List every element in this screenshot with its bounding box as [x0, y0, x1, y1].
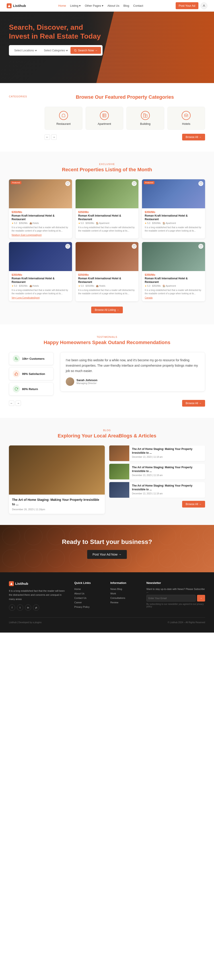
info-consultations[interactable]: Consultations	[110, 597, 140, 599]
testimonials-section: Testimonials Happy Homeowners Speak Outa…	[0, 325, 214, 418]
property-title-3: Roman Kraft International Hotel & Restau…	[145, 214, 203, 221]
blog-main-title: The Art of Home Staging: Making Your Pro…	[12, 498, 101, 506]
nav-links: Home Listing ▾ Other Pages ▾ About Us Bl…	[59, 4, 143, 7]
logo-icon	[7, 3, 11, 8]
category-nav: ← →	[44, 134, 57, 140]
blog-item-1[interactable]: The Art of Home Staging: Making Your Pro…	[109, 445, 205, 461]
svg-point-19	[15, 357, 16, 358]
browse-all-listings-button[interactable]: Browse All Listing →	[91, 307, 123, 313]
blog-side-list: The Art of Home Staging: Making Your Pro…	[109, 445, 205, 514]
blog-item-body-2: The Art of Home Staging: Making Your Pro…	[132, 464, 205, 479]
search-button[interactable]: Search Now →	[70, 47, 101, 54]
hero-building-bg	[96, 12, 214, 83]
browse-all-blogs-button[interactable]: Browse All →	[182, 501, 205, 508]
nav-about[interactable]: About Us	[108, 4, 119, 7]
category-prev-button[interactable]: ←	[44, 134, 50, 140]
category-hotels[interactable]: Hotels	[167, 107, 205, 130]
property-rating-3: ★ 5.0	[145, 222, 150, 224]
property-heart-4[interactable]: ♡	[65, 244, 70, 249]
quick-link-about[interactable]: About Us	[74, 592, 104, 595]
property-heart-6[interactable]: ♡	[198, 244, 203, 249]
property-heart-1[interactable]: ♡	[65, 181, 70, 186]
nav-home[interactable]: Home	[59, 4, 66, 7]
user-button[interactable]	[201, 2, 207, 9]
footer: Listihub It is a long established fact t…	[0, 572, 214, 633]
social-linkedin[interactable]: in	[25, 605, 31, 611]
property-location-1[interactable]: Newbury East Longmead/pont	[11, 234, 69, 236]
blog-main-card[interactable]: The Art of Home Staging: Making Your Pro…	[9, 445, 105, 514]
blog-item-2[interactable]: The Art of Home Staging: Making Your Pro…	[109, 464, 205, 479]
nav-contact[interactable]: Contact	[133, 4, 143, 7]
property-heart-5[interactable]: ♡	[132, 244, 136, 249]
property-body-4: $350/Mo Roman Kraft International Hotel …	[9, 271, 72, 301]
nav-other-pages[interactable]: Other Pages ▾	[85, 4, 103, 7]
navbar-logo[interactable]: Listihub	[7, 3, 26, 8]
footer-about: Listihub It is a long established fact t…	[9, 581, 68, 611]
newsletter-submit-button[interactable]: →	[197, 595, 205, 601]
blog-section: Blog Exploring Your Local AreaBlogs & Ar…	[0, 418, 214, 525]
categories-section: Categories Browse Our Featured Property …	[0, 83, 214, 152]
nav-listing[interactable]: Listing ▾	[70, 4, 81, 7]
footer-information: Information News Blog Work Consultations…	[110, 581, 140, 611]
quick-link-privacy[interactable]: Privacy Policy	[74, 606, 104, 608]
property-price-meta-5: $350/Mo	[86, 285, 94, 287]
property-body-6: $350/Mo Roman Kraft International Hotel …	[142, 271, 205, 301]
testimonials-prev-button[interactable]: ←	[9, 401, 14, 406]
property-desc-4: It is a long established fact that a rea…	[11, 288, 69, 295]
cta-section: Ready to Start your business? Post Your …	[0, 525, 214, 572]
info-work[interactable]: Work	[110, 592, 140, 595]
newsletter-email-input[interactable]	[146, 595, 196, 601]
property-card-5: ♡ $350/Mo Roman Kraft International Hote…	[76, 242, 139, 301]
browse-all-categories-button[interactable]: Browse All →	[182, 134, 205, 140]
property-badge-3: Featured	[144, 181, 154, 184]
quick-links-list: Home About Us Contact Us Career Privacy …	[74, 588, 104, 608]
property-price-3: $350/Mo	[145, 210, 203, 214]
blog-main-body: The Art of Home Staging: Making Your Pro…	[9, 495, 105, 514]
property-location-4[interactable]: Very Long Complicated/pont	[11, 296, 69, 299]
category-select[interactable]: Select Categories	[43, 49, 69, 52]
svg-point-7	[75, 49, 76, 51]
quick-link-career[interactable]: Career	[74, 601, 104, 604]
property-image-1: Featured ♡	[9, 179, 72, 208]
category-restaurant[interactable]: Restaurant	[44, 107, 82, 130]
testimonials-next-button[interactable]: →	[16, 401, 21, 406]
property-image-4: ♡	[9, 242, 72, 271]
property-desc-6: It is a long established fact that a rea…	[145, 288, 203, 295]
property-desc-3: It is a long established fact that a rea…	[145, 226, 203, 232]
quick-link-home[interactable]: Home	[74, 588, 104, 590]
property-type-1: 🏨 Hotels	[29, 222, 39, 224]
quick-link-contact[interactable]: Contact Us	[74, 597, 104, 599]
categories-title: Browse Our Featured Property Categories	[44, 94, 205, 100]
cta-button[interactable]: Post Your Ad Now →	[87, 550, 127, 559]
listing-footer: Browse All Listing →	[9, 307, 205, 313]
blog-item-image-1	[109, 445, 129, 461]
blog-item-3[interactable]: The Art of Home Staging: Making Your Pro…	[109, 482, 205, 498]
category-next-button[interactable]: →	[51, 134, 57, 140]
property-heart-3[interactable]: ♡	[198, 181, 203, 186]
hero-search-bar: Select Locations Select Categories Searc…	[9, 45, 103, 56]
category-apartment[interactable]: Apartment	[86, 107, 124, 130]
cta-title: Ready to Start your business?	[9, 538, 205, 546]
svg-rect-14	[145, 115, 147, 118]
nav-blog[interactable]: Blog	[124, 4, 129, 7]
social-twitter[interactable]: t	[17, 605, 23, 611]
browse-all-testimonials-button[interactable]: Browse All →	[182, 400, 205, 407]
property-heart-2[interactable]: ♡	[132, 181, 136, 186]
newsletter-note: By subscribing to our newsletter you agr…	[146, 603, 205, 608]
information-title: Information	[110, 581, 140, 585]
info-news[interactable]: News Blog	[110, 588, 140, 590]
category-building[interactable]: Building	[127, 107, 164, 130]
social-facebook[interactable]: f	[9, 605, 15, 611]
blog-main-image	[9, 445, 105, 495]
footer-bottom: Listihub | Developed by a plugins © List…	[9, 617, 205, 624]
testimonials-nav: ← →	[9, 401, 21, 406]
property-rating-2: ★ 5.0	[78, 222, 84, 224]
social-youtube[interactable]: yt	[33, 605, 39, 611]
post-ad-button[interactable]: Post Your Ad	[176, 2, 198, 9]
location-select[interactable]: Select Locations	[13, 49, 38, 52]
property-location-6[interactable]: Canada	[145, 296, 203, 299]
property-type-2: 🏠 Apartment	[96, 222, 109, 224]
navbar-actions: Post Your Ad	[176, 2, 207, 9]
info-review[interactable]: Review	[110, 601, 140, 604]
property-title-4: Roman Kraft International Hotel & Restau…	[11, 277, 69, 284]
